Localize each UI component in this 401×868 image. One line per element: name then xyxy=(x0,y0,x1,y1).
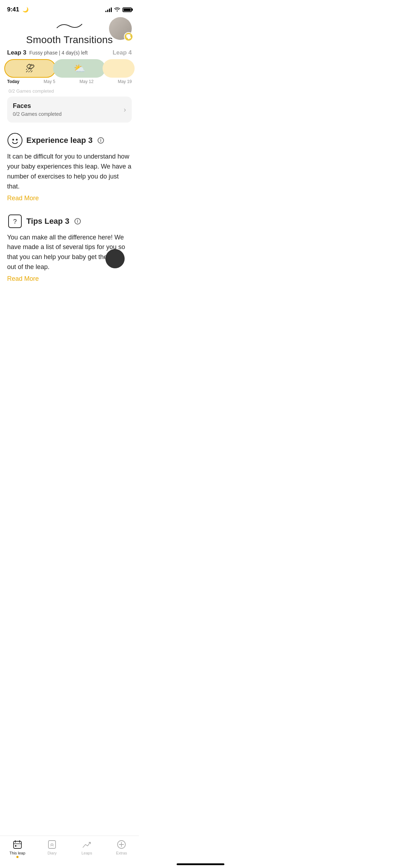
signal-icon xyxy=(105,7,112,12)
date-today: Today xyxy=(7,79,19,84)
tips-title: Tips Leap 3 xyxy=(26,217,69,226)
experience-body: It can be difficult for you to understan… xyxy=(7,152,132,192)
game-card-progress: 0/2 Games completed xyxy=(13,111,62,117)
faces-game-card[interactable]: Faces 0/2 Games completed › xyxy=(7,97,132,123)
tips-section: ? Tips Leap 3 i You can make all the dif… xyxy=(7,213,132,283)
svg-point-0 xyxy=(8,133,22,148)
leap-header: Leap 3 Fussy phase | 4 day(s) left Leap … xyxy=(0,49,139,56)
games-completed-faded: 0/2 Games completed xyxy=(7,88,132,94)
tips-info-icon[interactable]: i xyxy=(74,218,81,224)
next-leap-label: Leap 4 xyxy=(113,49,132,56)
status-time: 9:41 🌙 xyxy=(7,6,28,13)
experience-title: Experience leap 3 xyxy=(26,136,93,145)
experience-icon xyxy=(7,133,23,148)
experience-info-icon[interactable]: i xyxy=(98,137,104,144)
sunny-segment xyxy=(103,59,135,78)
svg-point-1 xyxy=(12,139,14,141)
progress-track[interactable]: ⛈ ⛅ xyxy=(0,59,139,78)
cloud-icon: ⛅ xyxy=(74,63,85,74)
svg-text:?: ? xyxy=(13,218,17,225)
app-header: Smooth Transitions xyxy=(0,17,139,49)
wave-icon xyxy=(55,21,84,33)
settings-badge[interactable] xyxy=(124,32,133,41)
wifi-icon xyxy=(114,7,120,12)
date-may5: May 5 xyxy=(44,79,56,84)
date-may19: May 19 xyxy=(118,79,132,84)
avatar-area[interactable] xyxy=(109,17,132,40)
main-content: 0/2 Games completed Faces 0/2 Games comp… xyxy=(0,88,139,330)
tips-icon: ? xyxy=(7,213,23,229)
experience-read-more[interactable]: Read More xyxy=(7,195,39,202)
svg-point-2 xyxy=(16,139,18,141)
tips-read-more[interactable]: Read More xyxy=(7,275,39,283)
battery-icon xyxy=(123,7,132,12)
game-card-title: Faces xyxy=(13,102,62,110)
status-bar: 9:41 🌙 xyxy=(0,0,139,17)
dark-blob xyxy=(105,249,125,268)
app-title: Smooth Transitions xyxy=(26,34,113,46)
date-may12: May 12 xyxy=(79,79,93,84)
chevron-right-icon: › xyxy=(124,105,126,114)
stormy-segment: ⛈ xyxy=(4,59,56,78)
status-icons xyxy=(105,7,132,12)
experience-section: Experience leap 3 i It can be difficult … xyxy=(7,133,132,202)
storm-icon: ⛈ xyxy=(26,63,35,74)
moon-icon: 🌙 xyxy=(22,7,28,12)
current-leap-label: Leap 3 Fussy phase | 4 day(s) left xyxy=(7,49,88,56)
cloudy-segment: ⛅ xyxy=(53,59,105,78)
date-markers: Today May 5 May 12 May 19 xyxy=(0,78,139,84)
gear-icon xyxy=(126,34,131,39)
